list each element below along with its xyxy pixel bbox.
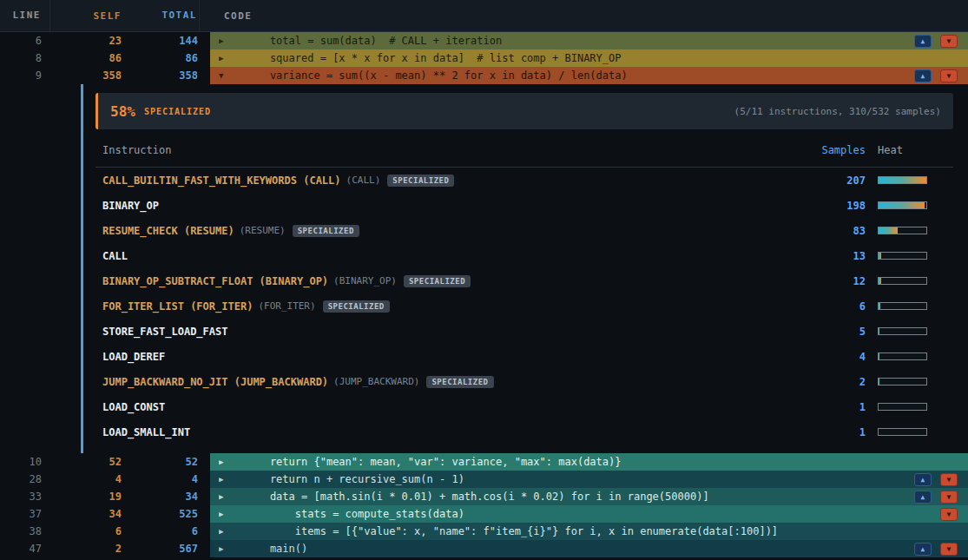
source-row: 38 6 6 ▶ items = [{"value": x, "name": f… — [0, 523, 968, 540]
column-header-code: CODE — [200, 10, 253, 22]
specialized-badge: SPECIALIZED — [404, 275, 471, 287]
code-cell[interactable]: ▼ variance = sum((x - mean) ** 2 for x i… — [210, 67, 968, 84]
instruction-name: LOAD_SMALL_INT — [102, 426, 190, 438]
code-cell[interactable]: ▶ return {"mean": mean, "var": variance,… — [210, 453, 968, 471]
samples-count: 198 — [796, 200, 866, 212]
code-cell[interactable]: ▶ data = [math.sin(i * 0.01) + math.cos(… — [210, 488, 968, 505]
instruction-row: BINARY_OP 198 — [95, 193, 953, 218]
instruction-table-header: Instruction Samples Heat — [95, 133, 953, 168]
code-cell[interactable]: ▶ squared = [x * x for x in data] # list… — [210, 49, 968, 67]
heat-bar — [878, 201, 927, 209]
heat-bar-fill — [879, 328, 879, 334]
samples-count: 1 — [796, 426, 866, 438]
instruction-header-label: Instruction — [102, 144, 796, 156]
nav-down-button[interactable]: ▼ — [940, 35, 958, 48]
source-row: 28 4 4 ▶ return n + recursive_sum(n - 1)… — [0, 471, 968, 488]
total-count-cell: 358 — [123, 67, 200, 84]
row-nav-buttons: ▲ ▼ — [914, 491, 968, 504]
samples-count: 83 — [796, 225, 866, 237]
samples-count: 6 — [796, 300, 866, 313]
code-cell[interactable]: ▶ stats = compute_stats(data) ▲ ▼ — [210, 505, 968, 523]
instruction-base-name: (JUMP_BACKWARD) — [333, 376, 419, 387]
code-text: main() — [245, 543, 307, 555]
line-number-cell: 10 — [0, 453, 50, 471]
total-count-cell: 567 — [123, 540, 200, 557]
instruction-row: JUMP_BACKWARD_NO_JIT (JUMP_BACKWARD) (JU… — [95, 369, 953, 394]
instruction-row: LOAD_CONST 1 — [95, 394, 953, 419]
specialization-summary-bar: 58% SPECIALIZED (5/11 instructions, 310/… — [95, 93, 953, 129]
self-count-cell: 86 — [50, 49, 123, 67]
nav-down-button[interactable]: ▼ — [940, 473, 958, 486]
column-header-line: LINE — [0, 0, 50, 31]
instruction-base-name: (RESUME) — [240, 225, 286, 236]
disclosure-triangle-icon[interactable]: ▶ — [210, 510, 245, 518]
total-count-cell: 4 — [123, 471, 200, 488]
total-count-cell: 34 — [123, 488, 200, 505]
instruction-row: RESUME_CHECK (RESUME) (RESUME) SPECIALIZ… — [95, 218, 953, 243]
total-count-cell: 525 — [123, 505, 200, 523]
heat-header-label: Heat — [878, 144, 927, 156]
disclosure-triangle-icon[interactable]: ▶ — [210, 36, 245, 45]
code-text: data = [math.sin(i * 0.01) + math.cos(i … — [245, 491, 709, 503]
samples-count: 4 — [796, 351, 866, 363]
heat-bar-fill — [879, 303, 880, 309]
heat-bar-fill — [879, 202, 925, 208]
nav-down-button[interactable]: ▼ — [940, 543, 958, 556]
row-nav-buttons: ▲ ▼ — [914, 473, 968, 486]
nav-up-button[interactable]: ▲ — [914, 543, 932, 556]
disclosure-triangle-icon[interactable]: ▶ — [210, 475, 245, 484]
samples-count: 13 — [796, 250, 866, 262]
nav-up-button[interactable]: ▲ — [914, 491, 932, 504]
code-text: variance = sum((x - mean) ** 2 for x in … — [245, 69, 628, 82]
code-cell[interactable]: ▶ total = sum(data) # CALL + iteration ▲… — [210, 32, 968, 49]
code-text: squared = [x * x for x in data] # list c… — [245, 52, 621, 64]
instruction-name: JUMP_BACKWARD_NO_JIT (JUMP_BACKWARD) — [102, 376, 328, 388]
code-text: return n + recursive_sum(n - 1) — [245, 473, 464, 485]
disclosure-triangle-icon[interactable]: ▶ — [210, 527, 245, 536]
heat-bar-fill — [879, 278, 881, 284]
heat-bar — [878, 252, 927, 260]
instruction-row: LOAD_DEREF 4 — [95, 344, 953, 369]
nav-down-button[interactable]: ▼ — [940, 69, 958, 82]
heat-bar — [878, 378, 927, 385]
instruction-name: BINARY_OP — [102, 200, 159, 212]
heat-bar-fill — [879, 379, 879, 385]
source-row-expanded: 9 358 358 ▼ variance = sum((x - mean) **… — [0, 67, 968, 84]
specialized-percentage: 58% — [110, 103, 135, 120]
heat-bar — [878, 327, 927, 335]
source-row: 8 86 86 ▶ squared = [x * x for x in data… — [0, 49, 968, 67]
disclosure-triangle-icon[interactable]: ▶ — [210, 544, 245, 553]
specialized-badge: SPECIALIZED — [426, 376, 493, 388]
instruction-row: LOAD_SMALL_INT 1 — [95, 419, 953, 445]
source-row: 10 52 52 ▶ return {"mean": mean, "var": … — [0, 453, 968, 471]
disclosure-triangle-icon[interactable]: ▶ — [210, 458, 245, 466]
line-number-cell: 38 — [0, 523, 50, 540]
columns-header: LINE SELF TOTAL CODE — [0, 0, 968, 32]
nav-up-button[interactable]: ▲ — [914, 473, 932, 486]
self-count-cell: 19 — [50, 488, 123, 505]
code-cell[interactable]: ▶ main() ▲ ▼ — [210, 540, 968, 557]
instruction-row: CALL_BUILTIN_FAST_WITH_KEYWORDS (CALL) (… — [95, 168, 953, 193]
heat-bar — [878, 227, 927, 234]
total-count-cell: 86 — [123, 49, 200, 67]
code-text: return {"mean": mean, "var": variance, "… — [245, 456, 621, 468]
disclosure-triangle-icon[interactable]: ▶ — [210, 492, 245, 501]
nav-down-button[interactable]: ▼ — [940, 491, 958, 504]
heat-bar-fill — [879, 353, 879, 359]
nav-up-button[interactable]: ▲ — [914, 35, 932, 48]
heat-bar — [878, 403, 927, 411]
nav-up-button[interactable]: ▲ — [914, 69, 932, 82]
row-nav-buttons: ▲ ▼ — [914, 543, 968, 556]
nav-down-button[interactable]: ▼ — [940, 508, 958, 521]
instruction-row: CALL 13 — [95, 243, 953, 268]
disclosure-triangle-icon[interactable]: ▼ — [210, 71, 245, 80]
code-text: items = [{"value": x, "name": f"item_{i}… — [245, 525, 778, 537]
row-nav-buttons: ▲ ▼ — [914, 35, 968, 48]
disclosure-triangle-icon[interactable]: ▶ — [210, 54, 245, 63]
code-cell[interactable]: ▶ items = [{"value": x, "name": f"item_{… — [210, 523, 968, 540]
code-cell[interactable]: ▶ return n + recursive_sum(n - 1) ▲ ▼ — [210, 471, 968, 488]
samples-header-label: Samples — [796, 144, 866, 156]
total-count-cell: 6 — [123, 523, 200, 540]
samples-count: 1 — [796, 401, 866, 413]
self-count-cell: 2 — [50, 540, 123, 557]
